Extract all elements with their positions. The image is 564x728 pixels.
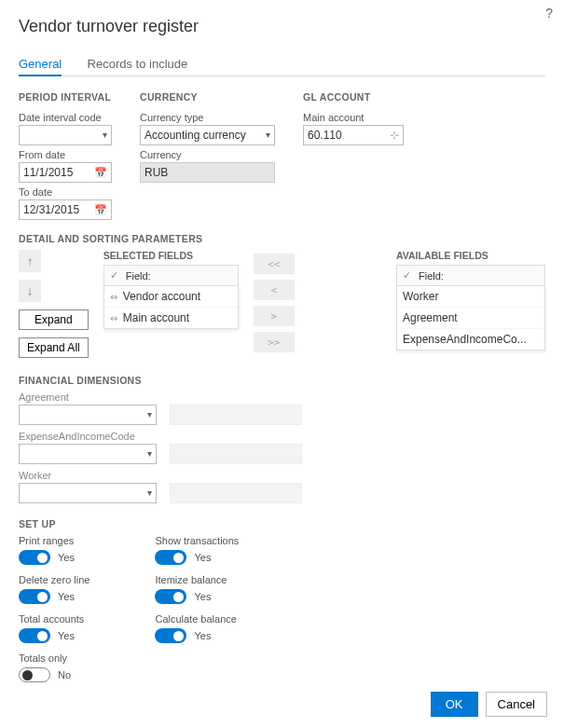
tabs: General Records to include	[19, 53, 545, 76]
setup-heading: SET UP	[19, 518, 545, 529]
print-ranges-value: Yes	[58, 552, 75, 563]
totals-only-label: Totals only	[19, 652, 89, 664]
chevron-down-icon: ▾	[103, 126, 107, 144]
totals-only-value: No	[58, 669, 71, 680]
link-icon: ⇔	[110, 313, 117, 323]
link-icon: ⇔	[110, 292, 117, 302]
calculate-balance-toggle[interactable]	[155, 628, 186, 643]
totals-only-toggle[interactable]	[19, 667, 50, 682]
from-date-label: From date	[19, 149, 112, 160]
delete-zero-line-value: Yes	[58, 591, 75, 602]
page-title: Vendor turnover register	[19, 17, 545, 36]
currency-field: RUB	[140, 162, 275, 183]
show-transactions-label: Show transactions	[155, 535, 239, 546]
print-ranges-toggle[interactable]	[19, 550, 50, 565]
tab-records-to-include[interactable]: Records to include	[88, 53, 188, 75]
move-left-button[interactable]: <	[254, 280, 295, 300]
expand-all-button[interactable]: Expand All	[19, 337, 89, 358]
date-interval-code-label: Date interval code	[19, 112, 112, 123]
agreement-description	[170, 405, 302, 425]
arrow-up-icon: ↑	[27, 254, 34, 268]
to-date-input[interactable]: 12/31/2015 📅	[19, 199, 112, 220]
expense-description	[170, 444, 302, 464]
agreement-select[interactable]: ▾	[19, 405, 157, 425]
worker-description	[170, 483, 302, 503]
from-date-input[interactable]: 11/1/2015 📅	[19, 162, 112, 183]
move-down-button[interactable]: ↓	[19, 280, 41, 302]
calculate-balance-value: Yes	[194, 630, 211, 641]
help-icon[interactable]: ?	[545, 6, 553, 21]
calendar-icon: 📅	[94, 163, 107, 182]
worker-select[interactable]: ▾	[19, 483, 157, 503]
currency-type-select[interactable]: Accounting currency ▾	[140, 125, 275, 145]
total-accounts-toggle[interactable]	[19, 628, 50, 643]
calculate-balance-label: Calculate balance	[155, 613, 239, 625]
gl-account-heading: GL ACCOUNT	[303, 91, 404, 103]
currency-type-label: Currency type	[140, 112, 275, 123]
chevron-down-icon: ▾	[147, 405, 152, 424]
chevron-down-icon: ▾	[266, 126, 270, 144]
list-item[interactable]: ⇔ Vendor account	[104, 286, 238, 308]
expense-label: ExpenseAndIncomeCode	[19, 431, 545, 442]
move-right-button[interactable]: >	[254, 306, 295, 326]
check-icon: ✓	[110, 269, 118, 282]
cancel-button[interactable]: Cancel	[486, 692, 547, 717]
calendar-icon: 📅	[94, 200, 107, 219]
move-all-right-button[interactable]: >>	[254, 332, 295, 352]
expense-select[interactable]: ▾	[19, 444, 157, 464]
itemize-balance-toggle[interactable]	[155, 589, 186, 604]
date-interval-code-select[interactable]: ▾	[19, 125, 112, 145]
check-icon: ✓	[403, 269, 411, 282]
field-column-header: Field:	[419, 270, 444, 282]
show-transactions-value: Yes	[194, 552, 211, 563]
itemize-balance-label: Itemize balance	[155, 574, 239, 585]
selected-fields-label: SELECTED FIELDS	[103, 250, 239, 261]
available-fields-list[interactable]: ✓ Field: Worker Agreement ExpenseAndInco…	[396, 265, 545, 350]
chevron-down-icon: ▾	[147, 484, 152, 502]
move-up-button[interactable]: ↑	[19, 250, 41, 272]
selected-fields-list[interactable]: ✓ Field: ⇔ Vendor account ⇔ Main account	[103, 265, 239, 329]
agreement-label: Agreement	[19, 391, 545, 403]
total-accounts-value: Yes	[58, 630, 75, 641]
financial-dimensions-heading: FINANCIAL DIMENSIONS	[19, 375, 545, 386]
tab-general[interactable]: General	[19, 53, 62, 76]
available-fields-label: AVAILABLE FIELDS	[396, 250, 545, 261]
currency-label: Currency	[140, 149, 275, 160]
print-ranges-label: Print ranges	[19, 535, 89, 546]
move-all-left-button[interactable]: <<	[254, 254, 295, 274]
to-date-label: To date	[19, 186, 112, 198]
list-item[interactable]: ⇔ Main account	[104, 308, 238, 328]
main-account-label: Main account	[303, 112, 404, 123]
list-item[interactable]: Worker	[397, 286, 544, 308]
list-item[interactable]: ExpenseAndIncomeCo...	[397, 329, 544, 350]
detail-heading: DETAIL AND SORTING PARAMETERS	[19, 233, 545, 244]
worker-label: Worker	[19, 470, 545, 481]
segment-icon: ⊹	[390, 126, 399, 144]
list-item[interactable]: Agreement	[397, 308, 544, 329]
currency-heading: CURRENCY	[140, 91, 275, 103]
expand-button[interactable]: Expand	[19, 309, 89, 330]
ok-button[interactable]: OK	[431, 692, 478, 717]
delete-zero-line-label: Delete zero line	[19, 574, 89, 585]
itemize-balance-value: Yes	[194, 591, 211, 602]
chevron-down-icon: ▾	[147, 445, 152, 463]
arrow-down-icon: ↓	[27, 284, 34, 298]
delete-zero-line-toggle[interactable]	[19, 589, 50, 604]
footer: OK Cancel	[431, 692, 547, 717]
main-account-input[interactable]: 60.110 ⊹	[303, 125, 404, 145]
total-accounts-label: Total accounts	[19, 613, 89, 625]
period-interval-heading: PERIOD INTERVAL	[19, 91, 112, 103]
field-column-header: Field:	[126, 270, 151, 282]
show-transactions-toggle[interactable]	[155, 550, 186, 565]
